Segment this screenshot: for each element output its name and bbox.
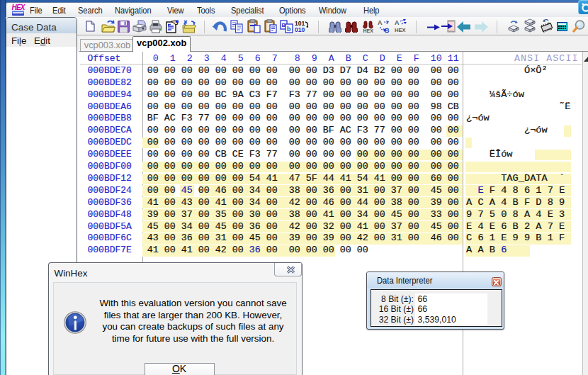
svg-text:HEX: HEX	[363, 28, 374, 33]
svg-text:b: b	[287, 26, 291, 33]
svg-text:A: A	[378, 19, 383, 26]
svg-text:HEX: HEX	[395, 27, 405, 33]
svg-text:010: 010	[295, 26, 305, 33]
svg-text:A: A	[395, 19, 400, 26]
